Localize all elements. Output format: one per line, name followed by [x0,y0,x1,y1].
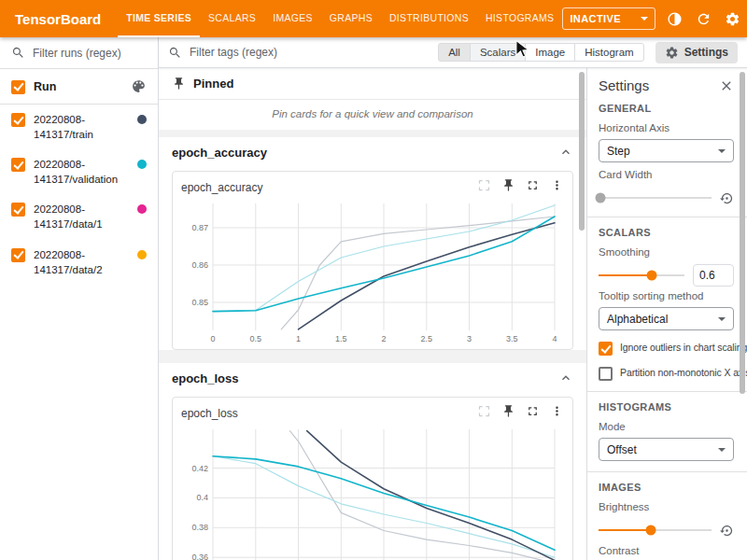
fit-to-data-icon[interactable] [477,404,491,422]
fit-to-data-icon[interactable] [477,178,491,196]
reload-status-label: INACTIVE [570,13,621,24]
chevron-down-icon [718,448,726,452]
tooltip-sorting-label: Tooltip sorting method [599,290,734,301]
general-heading: GENERAL [599,103,734,114]
histogram-mode-select[interactable]: Offset [599,438,734,461]
svg-text:0.86: 0.86 [191,260,208,270]
theme-toggle-icon[interactable] [664,8,684,29]
more-options-icon[interactable] [550,178,564,196]
run-name: 20220808-141317/data/1 [34,202,129,231]
run-row-train[interactable]: 20220808-141317/train [0,105,158,149]
svg-text:0.85: 0.85 [191,298,208,307]
run-name: 20220808-141317/validation [34,157,129,187]
run-color-dot [137,250,147,259]
epoch-loss-chart[interactable]: 00.511.522.533.540.360.380.40.42 [181,424,564,560]
card-title: epoch_accuracy [181,181,262,194]
gear-icon [665,46,679,60]
run-row-data-1[interactable]: 20220808-141317/data/1 [0,194,158,239]
run-name: 20220808-141317/data/2 [34,247,129,277]
section-title: epoch_accuracy [172,146,267,160]
card-actions [477,178,564,196]
run-row-data-2[interactable]: 20220808-141317/data/2 [0,240,158,285]
section-title: epoch_loss [172,371,239,385]
close-icon[interactable] [719,78,734,93]
tag-type-filter-group: All Scalars Image Histogram [438,43,644,62]
horizontal-axis-select[interactable]: Step [599,139,734,162]
run-color-dot [137,160,147,169]
svg-text:0: 0 [210,334,215,343]
header-actions: INACTIVE [562,7,747,30]
tags-filter-input[interactable] [190,46,429,59]
chip-all[interactable]: All [438,43,471,62]
settings-scrollbar[interactable] [740,72,745,394]
app-logo: TensorBoard [15,11,101,27]
select-all-runs-checkbox[interactable] [11,80,25,94]
pin-card-icon[interactable] [501,178,515,196]
card-title: epoch_loss [181,407,238,420]
svg-text:0.87: 0.87 [191,223,208,232]
pinned-section: Pinned Pin cards for a quick view and co… [159,68,586,130]
settings-gear-icon[interactable] [722,8,742,29]
epoch-accuracy-chart[interactable]: 00.511.522.533.540.850.860.87 [181,198,564,345]
svg-text:3.5: 3.5 [506,334,518,343]
brightness-slider[interactable] [599,529,712,531]
svg-text:0.36: 0.36 [191,553,208,560]
card-width-slider[interactable] [599,197,712,199]
section-header-epoch-accuracy[interactable]: epoch_accuracy [159,137,586,165]
run-checkbox[interactable] [11,158,25,172]
ignore-outliers-checkbox-row[interactable]: Ignore outliers in chart scaling [599,341,734,356]
section-header-epoch-loss[interactable]: epoch_loss [159,363,586,391]
reset-icon[interactable] [720,524,734,538]
section-epoch-loss: epoch_loss epoch_loss [159,363,586,560]
tags-filter [168,46,429,60]
smoothing-slider[interactable] [599,274,684,276]
reset-icon[interactable] [720,191,734,205]
svg-text:2: 2 [381,334,386,343]
tab-scalars[interactable]: SCALARS [200,0,264,37]
svg-text:0.5: 0.5 [250,334,262,343]
tab-histograms[interactable]: HISTOGRAMS [477,0,562,37]
tab-distributions[interactable]: DISTRIBUTIONS [381,0,477,37]
svg-text:4: 4 [552,334,557,343]
tab-graphs[interactable]: GRAPHS [321,0,381,37]
palette-icon [131,78,147,94]
smoothing-value-input[interactable] [693,264,734,287]
svg-text:0.42: 0.42 [191,464,208,473]
runs-filter-input[interactable] [33,47,147,60]
chevron-up-icon[interactable] [558,371,573,385]
pinned-title: Pinned [193,77,233,91]
runs-column-header: Run [34,80,122,93]
run-checkbox[interactable] [11,248,25,262]
partition-x-axis-label: Partition non-monotonic X axis [620,366,747,380]
brightness-label: Brightness [599,501,734,512]
settings-panel: Settings GENERAL Horizontal Axis Step Ca… [586,68,747,560]
ignore-outliers-checkbox[interactable] [599,342,613,356]
pin-icon [172,77,186,91]
fullscreen-icon[interactable] [526,178,540,196]
chevron-down-icon [718,149,726,153]
reload-status-dropdown[interactable]: INACTIVE [562,7,655,30]
fullscreen-icon[interactable] [526,404,540,422]
search-icon [11,46,25,60]
chip-histogram[interactable]: Histogram [574,43,643,62]
card-width-label: Card Width [599,169,734,180]
scalars-heading: SCALARS [599,227,734,238]
settings-button[interactable]: Settings [655,42,738,63]
partition-x-axis-checkbox-row[interactable]: Partition non-monotonic X axis [599,366,734,381]
chip-scalars[interactable]: Scalars [470,43,526,62]
cards-scroll-area: Pinned Pin cards for a quick view and co… [159,68,586,560]
more-options-icon[interactable] [550,404,564,422]
chevron-up-icon[interactable] [558,145,573,160]
horizontal-axis-value: Step [607,145,630,158]
tooltip-sorting-select[interactable]: Alphabetical [599,307,734,330]
tab-time-series[interactable]: TIME SERIES [118,0,200,37]
pin-card-icon[interactable] [501,404,515,422]
run-row-validation[interactable]: 20220808-141317/validation [0,149,158,194]
refresh-icon[interactable] [693,8,713,29]
chip-image[interactable]: Image [525,43,575,62]
run-checkbox[interactable] [11,113,25,127]
main-scrollbar[interactable] [579,72,585,231]
partition-x-axis-checkbox[interactable] [599,367,613,381]
run-checkbox[interactable] [11,203,25,217]
tab-images[interactable]: IMAGES [264,0,321,37]
